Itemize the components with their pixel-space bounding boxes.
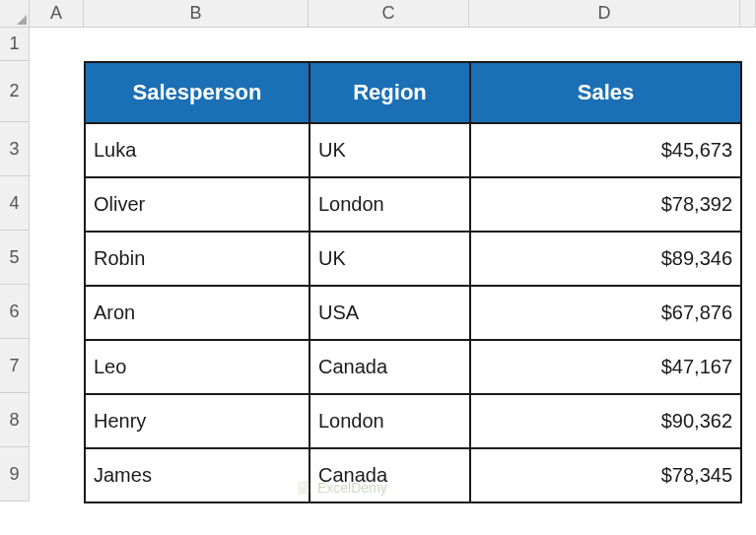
table-row[interactable]: Luka UK $45,673 [85, 123, 741, 177]
header-sales[interactable]: Sales [470, 62, 741, 123]
cell-salesperson[interactable]: Henry [85, 394, 309, 448]
cell-E2[interactable] [740, 61, 756, 122]
cell-E8[interactable] [740, 393, 756, 447]
row-header-9[interactable]: 9 [0, 447, 30, 502]
cell-D1[interactable] [469, 28, 740, 61]
col-header-B[interactable]: B [84, 0, 309, 28]
cell-region[interactable]: USA [309, 286, 470, 340]
cell-sales[interactable]: $47,167 [470, 340, 741, 394]
cell-E6[interactable] [740, 285, 756, 339]
cell-A9[interactable] [30, 447, 84, 502]
cell-E5[interactable] [740, 231, 756, 285]
cell-salesperson[interactable]: Luka [85, 123, 309, 177]
cell-A5[interactable] [30, 231, 84, 285]
cell-E9[interactable] [740, 447, 756, 502]
data-table-body: Luka UK $45,673 Oliver London $78,392 Ro… [85, 123, 741, 502]
cell-sales[interactable]: $78,345 [470, 448, 741, 502]
table-row[interactable]: Oliver London $78,392 [85, 177, 741, 232]
row-header-1[interactable]: 1 [0, 28, 30, 61]
row-header-4[interactable]: 4 [0, 176, 30, 231]
row-header-5[interactable]: 5 [0, 231, 30, 285]
header-salesperson[interactable]: Salesperson [85, 62, 309, 123]
cell-salesperson[interactable]: Aron [85, 286, 309, 340]
cell-A7[interactable] [30, 339, 84, 393]
col-header-next[interactable] [740, 0, 756, 28]
cell-A8[interactable] [30, 393, 84, 447]
cell-E7[interactable] [740, 339, 756, 393]
cell-region[interactable]: UK [309, 123, 470, 177]
cell-C1[interactable] [309, 28, 469, 61]
cell-A4[interactable] [30, 176, 84, 231]
cell-E1[interactable] [740, 28, 756, 61]
col-header-C[interactable]: C [309, 0, 469, 28]
cell-region[interactable]: Canada [309, 448, 470, 502]
col-header-A[interactable]: A [30, 0, 84, 28]
table-row[interactable]: Henry London $90,362 [85, 394, 741, 448]
cell-region[interactable]: London [309, 177, 470, 232]
cell-region[interactable]: London [309, 394, 470, 448]
header-region[interactable]: Region [309, 62, 470, 123]
cell-A2[interactable] [30, 61, 84, 122]
cell-A3[interactable] [30, 122, 84, 176]
row-header-3[interactable]: 3 [0, 122, 30, 176]
cell-A1[interactable] [30, 28, 84, 61]
spreadsheet-grid: A B C D 1 2 3 4 5 6 7 8 9 Salesperson Re… [0, 0, 756, 502]
col-header-D[interactable]: D [469, 0, 740, 28]
cell-sales[interactable]: $45,673 [470, 123, 741, 177]
cell-sales[interactable]: $89,346 [470, 232, 741, 286]
cell-sales[interactable]: $78,392 [470, 177, 741, 232]
cell-E3[interactable] [740, 122, 756, 176]
row-header-6[interactable]: 6 [0, 285, 30, 339]
data-table-wrap: Salesperson Region Sales Luka UK $45,673… [84, 61, 740, 502]
cell-region[interactable]: UK [309, 232, 470, 286]
data-table: Salesperson Region Sales Luka UK $45,673… [84, 61, 742, 503]
cell-sales[interactable]: $67,876 [470, 286, 741, 340]
cell-salesperson[interactable]: Oliver [85, 177, 309, 232]
cell-sales[interactable]: $90,362 [470, 394, 741, 448]
row-header-2[interactable]: 2 [0, 61, 30, 122]
select-all-corner[interactable] [0, 0, 30, 28]
table-row[interactable]: Aron USA $67,876 [85, 286, 741, 340]
cell-A6[interactable] [30, 285, 84, 339]
cell-B1[interactable] [84, 28, 309, 61]
cell-E4[interactable] [740, 176, 756, 231]
cell-salesperson[interactable]: Leo [85, 340, 309, 394]
cell-salesperson[interactable]: James [85, 448, 309, 502]
row-header-7[interactable]: 7 [0, 339, 30, 393]
table-row[interactable]: Leo Canada $47,167 [85, 340, 741, 394]
cell-region[interactable]: Canada [309, 340, 470, 394]
cell-salesperson[interactable]: Robin [85, 232, 309, 286]
row-header-8[interactable]: 8 [0, 393, 30, 447]
table-row[interactable]: Robin UK $89,346 [85, 232, 741, 286]
table-row[interactable]: James Canada $78,345 [85, 448, 741, 502]
